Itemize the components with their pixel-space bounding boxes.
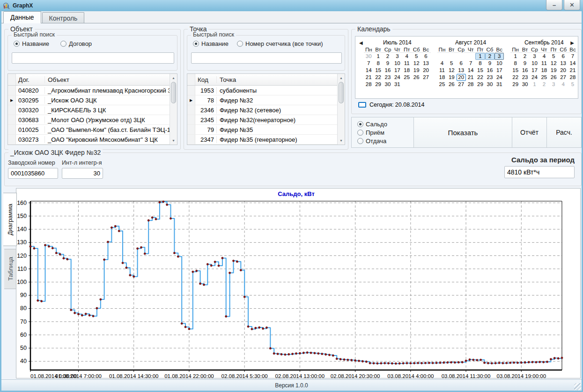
direction-radio-приём[interactable]: Приём [357, 129, 413, 136]
calendar-day[interactable]: 28 [466, 81, 475, 88]
table-row[interactable]: 79Фидер №35 [187, 125, 337, 135]
calendar-next-icon[interactable]: ▶ [570, 40, 574, 45]
calc-button[interactable]: Расч. [546, 117, 581, 147]
calendar-day[interactable]: 2 [520, 53, 530, 60]
direction-radio-отдача[interactable]: Отдача [357, 138, 413, 145]
table-row[interactable]: 040820_Агрокомбинат племзавод Красногорс… [8, 86, 170, 95]
calendar-day[interactable]: 8 [510, 60, 520, 67]
calendar-day[interactable]: 9 [520, 60, 530, 67]
column-header[interactable]: Дог. [16, 76, 45, 83]
calendar-day[interactable]: 15 [475, 67, 485, 74]
table-row[interactable]: 2346Фидер №32 (сетевое) [187, 105, 337, 115]
calendar-day[interactable]: 4 [558, 81, 568, 88]
calendar-day[interactable]: 5 [549, 53, 558, 60]
calendar-day[interactable]: 21 [466, 74, 475, 81]
table-row[interactable]: 2347Фидер №35 (генераторное) [187, 135, 337, 145]
calendar-day[interactable]: 25 [437, 81, 447, 88]
calendar-today-row[interactable]: Сегодня: 20.08.2014 [358, 102, 424, 108]
calendar-day[interactable]: 10 [530, 60, 539, 67]
calendar-day[interactable]: 1 [530, 81, 539, 88]
calendar-day[interactable]: 13 [558, 60, 568, 67]
calendar-day[interactable]: 14 [568, 60, 577, 67]
object-radio-contract[interactable]: Договор [60, 40, 92, 47]
object-table[interactable]: Дог.Объект040820_Агрокомбинат племзавод … [7, 73, 177, 145]
point-search-input[interactable] [191, 52, 342, 64]
table-row[interactable]: 030683_Молот ОАО (Уржумское отд) 3ЦК [8, 115, 170, 125]
calendar-day[interactable]: 31 [392, 81, 402, 88]
show-button[interactable]: Показать [413, 117, 512, 147]
calendar-day[interactable]: 13 [421, 60, 430, 67]
calendar-day[interactable]: 28 [364, 81, 373, 88]
calendar-day[interactable]: 5 [447, 60, 456, 67]
calendar-day[interactable]: 1 [373, 53, 383, 60]
calendar-day[interactable]: 25 [402, 74, 412, 81]
calendar-day[interactable]: 4 [402, 53, 412, 60]
calendar-day[interactable]: 16 [485, 67, 494, 74]
calendar-day[interactable]: 2 [383, 53, 392, 60]
point-table[interactable]: КодТочка1953субабоненты▶78Фидер №322346Ф… [187, 73, 345, 145]
calendar-day[interactable]: 8 [373, 60, 383, 67]
calendar-day[interactable]: 28 [568, 74, 577, 81]
period-balance-field[interactable] [504, 166, 575, 178]
scroll-up-icon[interactable]: ▲ [170, 74, 177, 81]
tab-dannye[interactable]: Данные [3, 11, 41, 23]
report-button[interactable]: Отчёт [512, 117, 546, 147]
calendar-day[interactable]: 15 [510, 67, 520, 74]
calendar-day[interactable]: 5 [568, 81, 577, 88]
table-row[interactable]: 1953субабоненты [187, 86, 337, 95]
scroll-up-icon[interactable]: ▲ [338, 74, 345, 81]
calendar-day[interactable]: 29 [373, 81, 383, 88]
calendar-day[interactable]: 7 [466, 60, 475, 67]
calendar-day[interactable]: 21 [364, 74, 373, 81]
scroll-down-icon[interactable]: ▼ [170, 137, 177, 144]
tab-table[interactable]: Таблица [4, 249, 17, 289]
column-header[interactable]: Код [195, 76, 217, 83]
calendar-day[interactable]: 30 [520, 81, 530, 88]
calendar-day[interactable]: 14 [466, 67, 475, 74]
calendar-day-today[interactable]: 20 [457, 74, 466, 81]
calendar-day[interactable]: 19 [549, 67, 558, 74]
calendar-day[interactable]: 6 [457, 60, 466, 67]
calendar-day[interactable]: 14 [364, 67, 373, 74]
calendar-day[interactable]: 8 [475, 60, 485, 67]
calendar-day[interactable]: 18 [437, 74, 447, 81]
calendar-day[interactable]: 18 [402, 67, 412, 74]
calendar-day[interactable]: 6 [421, 53, 430, 60]
calendar-day[interactable]: 4 [437, 60, 447, 67]
calendar-day[interactable]: 10 [494, 60, 504, 67]
calendar-day[interactable]: 29 [475, 81, 485, 88]
calendar-day[interactable]: 10 [392, 60, 402, 67]
calendar-day[interactable]: 19 [412, 67, 421, 74]
calendar-day[interactable]: 25 [539, 74, 549, 81]
calendar-day[interactable]: 27 [457, 81, 466, 88]
table-row[interactable]: 010025_ОАО "Вымпел-Ком" (баз.ст. Билайн … [8, 125, 170, 135]
calendar-day[interactable]: 6 [558, 53, 568, 60]
calendar-day[interactable]: 1 [510, 53, 520, 60]
calendar-day[interactable]: 22 [373, 74, 383, 81]
calendar-day[interactable]: 12 [549, 60, 558, 67]
calendar-day[interactable]: 7 [568, 53, 577, 60]
calendar-day[interactable]: 16 [383, 67, 392, 74]
calendar-prev-icon[interactable]: ◀ [359, 40, 363, 45]
calendar-day[interactable]: 22 [475, 74, 485, 81]
calendar-day-selected[interactable]: 2 [485, 53, 494, 60]
resize-grip[interactable] [574, 383, 581, 390]
calendar-day[interactable]: 3 [530, 53, 539, 60]
table-row[interactable]: ▶78Фидер №32 [187, 95, 337, 105]
calendar-day[interactable]: 17 [494, 67, 504, 74]
calendar-day[interactable]: 31 [494, 81, 504, 88]
calendar-day[interactable]: 30 [485, 81, 494, 88]
calendar-day[interactable]: 9 [485, 60, 494, 67]
calendar-day[interactable]: 13 [457, 67, 466, 74]
calendar-day[interactable]: 5 [412, 53, 421, 60]
calendar-day[interactable]: 3 [549, 81, 558, 88]
column-header[interactable]: Точка [217, 76, 337, 83]
vertical-scrollbar[interactable]: ▲▼ [337, 74, 345, 145]
calendar-day[interactable]: 12 [447, 67, 456, 74]
calendar-day[interactable]: 20 [558, 67, 568, 74]
calendar-day[interactable]: 20 [421, 67, 430, 74]
calendar-day[interactable]: 11 [402, 60, 412, 67]
calendar-day[interactable]: 9 [383, 60, 392, 67]
scrollbar-thumb[interactable] [171, 82, 176, 103]
calendar-day[interactable]: 23 [383, 74, 392, 81]
